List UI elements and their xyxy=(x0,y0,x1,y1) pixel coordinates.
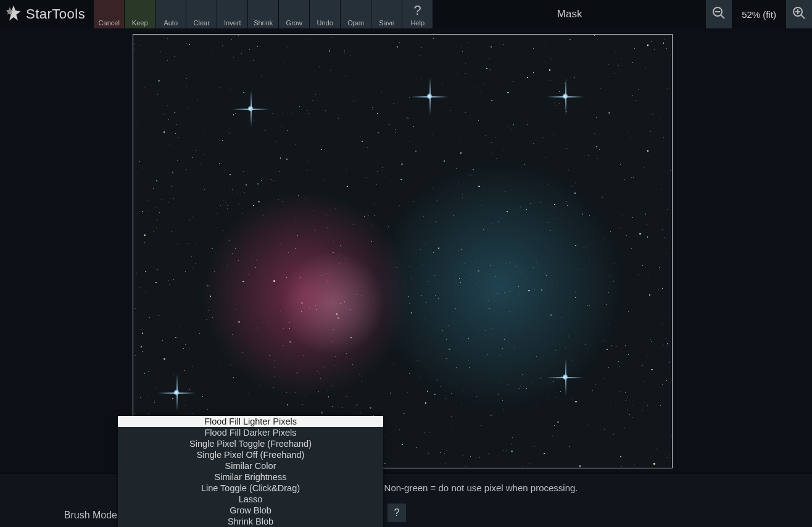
page-title: Mask xyxy=(433,0,706,28)
zoom-in-button[interactable] xyxy=(786,0,812,28)
button-label: Invert xyxy=(224,19,241,27)
bright-star xyxy=(429,96,431,98)
save-button[interactable]: Save xyxy=(371,0,402,28)
button-label: Clear xyxy=(194,19,210,27)
param-help-button[interactable]: ? xyxy=(387,504,406,522)
toolbar-buttons: CancelKeepAutoClearInvertShrinkGrowUndoO… xyxy=(94,0,433,28)
dropdown-item[interactable]: Flood Fill Darker Pixels xyxy=(118,427,383,438)
starfield xyxy=(133,35,672,468)
dropdown-item[interactable]: Similar Color xyxy=(118,460,383,471)
invert-button[interactable]: Invert xyxy=(217,0,247,28)
zoom-out-button[interactable] xyxy=(706,0,732,28)
dropdown-item[interactable]: Similar Brightness xyxy=(118,471,383,483)
cancel-button[interactable]: Cancel xyxy=(94,0,124,28)
zoom-in-icon xyxy=(792,6,806,23)
help-icon: ? xyxy=(414,2,421,19)
app-name: StarTools xyxy=(26,6,85,22)
button-label: Open xyxy=(347,19,364,27)
top-toolbar: StarTools CancelKeepAutoClearInvertShrin… xyxy=(0,0,812,28)
button-label: Auto xyxy=(164,19,178,27)
zoom-controls: 52% (fit) xyxy=(706,0,812,28)
zoom-out-icon xyxy=(711,6,726,23)
dropdown-item[interactable]: Lasso xyxy=(118,494,383,505)
dropdown-item[interactable]: Line Toggle (Click&Drag) xyxy=(118,483,383,494)
dropdown-item[interactable]: Flood Fill Lighter Pixels xyxy=(118,416,383,427)
keep-button[interactable]: Keep xyxy=(125,0,155,28)
zoom-level[interactable]: 52% (fit) xyxy=(732,0,786,28)
brush-mode-dropdown[interactable]: Flood Fill Lighter PixelsFlood Fill Dark… xyxy=(118,416,383,527)
button-label: Undo xyxy=(317,19,333,27)
app-logo: StarTools xyxy=(0,0,94,28)
dropdown-item[interactable]: Single Pixel Toggle (Freehand) xyxy=(118,438,383,449)
star-icon xyxy=(5,4,22,24)
dropdown-item[interactable]: Grow Blob xyxy=(118,505,383,516)
svg-line-1 xyxy=(721,15,724,19)
auto-button[interactable]: Auto xyxy=(155,0,186,28)
button-label: Help xyxy=(410,19,425,27)
button-label: Save xyxy=(379,19,394,27)
button-label: Cancel xyxy=(99,19,120,27)
image-canvas[interactable] xyxy=(133,34,673,468)
help-button[interactable]: ?Help xyxy=(402,0,433,28)
svg-line-4 xyxy=(801,15,805,19)
bright-star xyxy=(251,109,252,110)
bright-star xyxy=(176,392,178,394)
open-button[interactable]: Open xyxy=(341,0,371,28)
dropdown-item[interactable]: Shrink Blob xyxy=(118,516,383,527)
param-label: Brush Mode xyxy=(0,510,117,521)
shrink-button[interactable]: Shrink xyxy=(248,0,278,28)
button-label: Grow xyxy=(286,19,302,27)
dropdown-item[interactable]: Single Pixel Off (Freehand) xyxy=(118,449,383,460)
button-label: Shrink xyxy=(254,19,273,27)
bright-star xyxy=(565,96,566,98)
undo-button[interactable]: Undo xyxy=(310,0,340,28)
clear-button[interactable]: Clear xyxy=(186,0,217,28)
button-label: Keep xyxy=(132,19,148,27)
grow-button[interactable]: Grow xyxy=(279,0,309,28)
bright-star xyxy=(565,377,566,378)
